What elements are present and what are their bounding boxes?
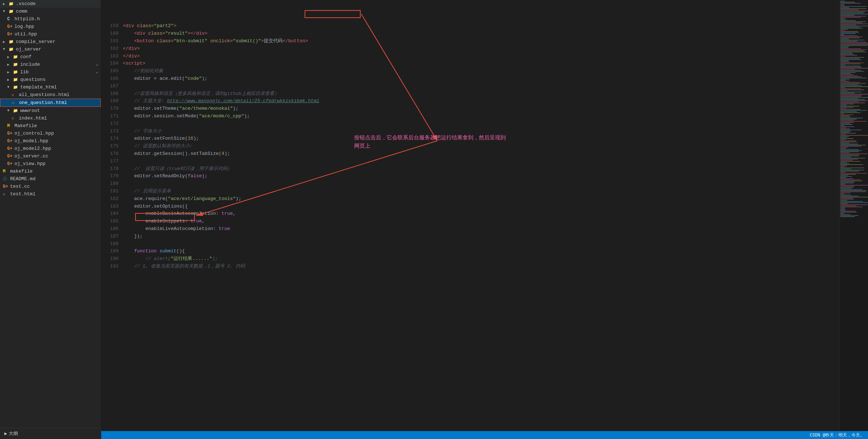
code-editor[interactable]: 159<div class="part2">160 <div class="re… [101, 0, 868, 431]
code-text: editor = ace.edit("code"); [123, 75, 839, 83]
line-number: 174 [107, 135, 123, 143]
code-text: // alert("运行结果......"); [123, 255, 839, 263]
sidebar-label: one_question.html [19, 100, 67, 105]
code-text: function submit(){ [123, 248, 839, 255]
table-row: 191 // 1, 收集当前页面的有关数据，1，题号 2. 代码 [107, 263, 839, 270]
code-text: enableLiveAutocompletion: true [123, 225, 839, 233]
code-text: </div> [123, 53, 839, 60]
sidebar-item-14[interactable]: ▼📁wwwroot [0, 107, 101, 114]
line-number: 160 [107, 30, 123, 38]
sidebar-label: include [20, 62, 40, 67]
sidebar-item-0[interactable]: ▶📁.vscode [0, 0, 101, 8]
chevron-right-icon: ▶ [4, 431, 7, 436]
sidebar-item-4[interactable]: G+util.hpp [0, 30, 101, 38]
sidebar-label: util.hpp [14, 31, 37, 37]
folder-icon: 📁 [13, 62, 19, 67]
code-text: enableSnippets: true, [123, 218, 839, 225]
sidebar-item-1[interactable]: ▼📁comm [0, 8, 101, 15]
sidebar-item-22[interactable]: Mmakefile [0, 168, 101, 175]
sidebar-label: comm [16, 9, 27, 14]
sidebar-label: oj_server.cc [14, 153, 48, 159]
sidebar-item-7[interactable]: ▶📁conf [0, 53, 101, 61]
folder-icon: 📁 [13, 77, 19, 82]
folder-icon: 📁 [13, 70, 19, 74]
cpp-icon: G+ [7, 146, 13, 151]
sidebar-item-16[interactable]: MMakefile [0, 122, 101, 130]
sidebar-item-21[interactable]: G+oj_view.hpp [0, 160, 101, 168]
md-icon: ⓘ [3, 176, 9, 182]
line-number: 159 [107, 22, 123, 30]
sidebar-label: README.md [10, 176, 35, 182]
table-row: 190 // alert("运行结果......"); [107, 255, 839, 263]
table-row: 179 editor.setReadOnly(false); [107, 173, 839, 180]
sidebar-item-23[interactable]: ⓘREADME.md [0, 175, 101, 183]
sidebar-item-12[interactable]: ◇all_questions.html [0, 91, 101, 99]
sidebar-item-18[interactable]: G+oj_model.hpp [0, 137, 101, 145]
code-text: }); [123, 233, 839, 240]
sidebar-item-5[interactable]: ▶📁compile_server [0, 38, 101, 45]
cpp-icon: G+ [7, 131, 13, 136]
line-number: 187 [107, 233, 123, 240]
sidebar-item-13[interactable]: ◇one_question.html [0, 99, 101, 107]
table-row: 173 // 字体大小 [107, 128, 839, 135]
line-number: 184 [107, 210, 123, 218]
line-number: 165 [107, 68, 123, 75]
table-row: 163</div> [107, 53, 839, 60]
table-row: 172 [107, 120, 839, 128]
sidebar-item-25[interactable]: ◇test.html [0, 190, 101, 198]
line-number: 172 [107, 120, 123, 128]
line-number: 164 [107, 60, 123, 68]
chevron-icon: ▼ [3, 9, 8, 13]
folder-icon: 📁 [9, 47, 14, 52]
sidebar-item-10[interactable]: ▶📁questions [0, 76, 101, 83]
table-row: 160 <div class="result"></div> [107, 30, 839, 38]
line-number: 166 [107, 75, 123, 83]
status-platform: CSDN @昨天：明天，今天。 [810, 432, 864, 438]
code-text: <div class="part2"> [123, 22, 839, 30]
sidebar-item-19[interactable]: G+oj_model2.hpp [0, 145, 101, 152]
line-number: 170 [107, 105, 123, 113]
table-row: 175 // 设置默认制表符的大小: [107, 143, 839, 150]
sidebar-item-17[interactable]: G+oj_control.hpp [0, 130, 101, 137]
folder-icon: 📁 [13, 55, 19, 59]
table-row: 174 editor.setFontSize(16); [107, 135, 839, 143]
line-number: 175 [107, 143, 123, 150]
sidebar-label: .vscode [16, 1, 36, 6]
sidebar-item-9[interactable]: ▶📁lib↵ [0, 68, 101, 76]
sidebar-item-15[interactable]: ◇index.html [0, 114, 101, 122]
table-row: 168 //设置风格和语言（更多风格和语言，请到github上相应目录查看） [107, 90, 839, 98]
line-number: 167 [107, 83, 123, 90]
outline-label: 大纲 [9, 430, 18, 437]
sidebar-label: all_questions.html [19, 92, 69, 97]
sidebar-item-2[interactable]: Chttplib.h [0, 15, 101, 23]
table-row: 159<div class="part2"> [107, 22, 839, 30]
sidebar-item-20[interactable]: G+oj_server.cc [0, 152, 101, 160]
table-row: 165 //初始化对象 [107, 68, 839, 75]
table-row: 189 function submit(){ [107, 248, 839, 255]
code-text: <script> [123, 60, 839, 68]
table-row: 164<script> [107, 60, 839, 68]
line-number: 162 [107, 45, 123, 53]
table-row: 178 // 设置只读（true时只读，用于展示代码） [107, 165, 839, 173]
code-text: enableBasicAutocompletion: true, [123, 210, 839, 218]
sidebar-item-8[interactable]: ▶📁include↵ [0, 61, 101, 68]
minimap [839, 0, 868, 431]
line-number: 168 [107, 90, 123, 98]
sidebar-item-3[interactable]: G+log.hpp [0, 23, 101, 30]
chevron-icon: ▼ [7, 85, 12, 89]
sidebar-item-11[interactable]: ▼📁template_html [0, 83, 101, 91]
cpp-icon: G+ [7, 161, 13, 166]
code-text: editor.session.setMode("ace/mode/c_cpp")… [123, 113, 839, 120]
line-number: 180 [107, 180, 123, 188]
html-icon: ◇ [12, 116, 17, 121]
table-row: 186 enableLiveAutocompletion: true [107, 225, 839, 233]
cpp-icon: G+ [7, 24, 13, 29]
sidebar-label: oj_server [16, 47, 41, 52]
sidebar-item-24[interactable]: G+test.cc [0, 183, 101, 190]
nav-arrow: ↵ [96, 70, 98, 74]
sidebar-label: log.hpp [14, 24, 34, 29]
sidebar-label: conf [20, 54, 31, 60]
sidebar-item-6[interactable]: ▼📁oj_server [0, 45, 101, 53]
line-number: 182 [107, 195, 123, 203]
h-icon: C [7, 17, 13, 22]
